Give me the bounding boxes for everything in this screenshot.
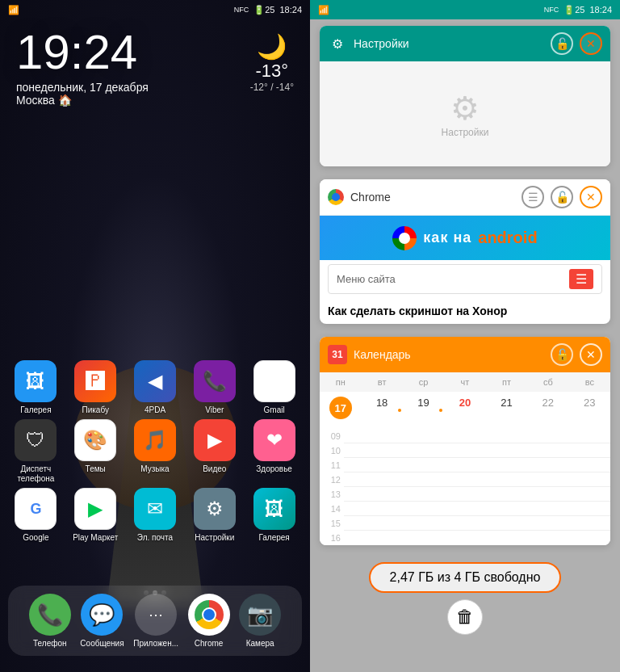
left-status-bar: 📶 NFC 🔋25 18:24: [0, 0, 310, 19]
app-icon-img: 🖼: [253, 488, 295, 530]
signal-icon: 📶: [8, 5, 19, 15]
right-battery-icon: 🔋25: [563, 5, 584, 15]
app-icon-img: G: [15, 488, 57, 530]
right-time: 18:24: [589, 5, 612, 15]
temperature: -13°: [250, 61, 294, 82]
left-panel: 📶 NFC 🔋25 18:24 19:24 понедельник, 17 де…: [0, 0, 310, 672]
app-4pda[interactable]: ◀ 4PDA: [128, 360, 183, 415]
chrome-task-actions: ☰ 🔓 ✕: [522, 186, 602, 208]
battery-icon: 🔋25: [253, 5, 274, 15]
messages-icon-img: 💬: [81, 594, 123, 636]
calendar-task-content: пн вт ср чт пт сб вс 17 18 19 20 21: [320, 372, 610, 545]
app-google[interactable]: G Google: [8, 488, 64, 543]
memory-section: 2,47 ГБ из 4 ГБ свободно 🗑: [320, 558, 610, 639]
cal-cell-21[interactable]: 21: [486, 392, 527, 429]
calendar-task-title: Календарь: [354, 348, 544, 361]
site-icon: [392, 226, 417, 250]
dock-phone[interactable]: 📞 Телефон: [29, 594, 71, 648]
dock-apps[interactable]: ⋯ Приложен...: [133, 594, 178, 648]
article-preview: Как сделать скриншот на Хонор: [320, 298, 610, 324]
settings-task-header: ⚙ Настройки 🔓 ✕: [320, 26, 610, 61]
date-display: понедельник, 17 декабря Москва 🏠: [16, 81, 149, 107]
app-icon-img: 🛡: [15, 419, 57, 461]
timeline: 09 10 11 12 13 14 15 16: [320, 429, 610, 545]
task-card-chrome: Chrome ☰ 🔓 ✕ как на android: [320, 179, 610, 324]
app-email[interactable]: ✉ Эл. почта: [128, 488, 183, 543]
app-icon-img: 🎵: [134, 419, 176, 461]
app-dock: 📞 Телефон 💬 Сообщения ⋯ Приложен... Chro…: [8, 586, 302, 656]
camera-icon-img: 📷: [239, 594, 281, 636]
app-music[interactable]: 🎵 Музыка: [128, 419, 183, 484]
chrome-task-title: Chrome: [350, 191, 515, 204]
temp-range: -12° / -14°: [250, 82, 294, 93]
app-galereya1[interactable]: 🖼 Галерея: [8, 360, 64, 415]
chrome-lock-btn[interactable]: 🔓: [551, 186, 573, 208]
dock-camera[interactable]: 📷 Камера: [239, 594, 281, 648]
app-gmail[interactable]: ✉ Gmail: [246, 360, 302, 415]
site-search-placeholder: Меню сайта: [337, 273, 569, 285]
app-icon-img: ◀: [134, 360, 176, 402]
app-pikabu[interactable]: 🅿 Пикабу: [68, 360, 124, 415]
app-dispatcher[interactable]: 🛡 Диспетч телефона: [8, 419, 64, 484]
site-name-android: android: [478, 229, 537, 247]
dock-chrome[interactable]: Chrome: [188, 594, 230, 648]
weather-icon: 🌙: [250, 32, 294, 61]
right-signal-icon: 📶: [318, 5, 329, 15]
calendar-task-header: 31 Календарь 🔓 ✕: [320, 337, 610, 372]
chrome-task-icon: [328, 189, 344, 205]
settings-lock-btn[interactable]: 🔓: [551, 32, 573, 55]
app-viber[interactable]: 📞 Viber: [186, 360, 242, 415]
right-status-right: NFC 🔋25 18:24: [544, 5, 612, 15]
clock-display: 19:24: [16, 24, 137, 80]
memory-text-box: 2,47 ГБ из 4 ГБ свободно: [369, 562, 562, 593]
app-icon-img: ✉: [134, 488, 176, 530]
app-gallery2[interactable]: 🖼 Галерея: [246, 488, 302, 543]
right-status-bar: 📶 NFC 🔋25 18:24: [310, 0, 620, 19]
app-icon-img: 🅿: [74, 360, 116, 402]
app-icon-img: ▶: [194, 419, 236, 461]
site-logo: как на android: [320, 216, 610, 260]
trash-button[interactable]: 🗑: [447, 599, 483, 635]
site-name: как на: [423, 229, 471, 246]
settings-close-btn[interactable]: ✕: [580, 32, 602, 55]
app-icon-img: ✉: [253, 360, 295, 402]
app-video[interactable]: ▶ Видео: [186, 419, 242, 484]
cal-cell-22[interactable]: 22: [527, 392, 568, 429]
calendar-lock-btn[interactable]: 🔓: [551, 343, 573, 366]
cal-cell-18[interactable]: 18: [361, 392, 402, 429]
chrome-task-content: как на android Меню сайта ☰ Как сделать …: [320, 216, 610, 324]
apps-icon-img: ⋯: [135, 594, 177, 636]
phone-icon-img: 📞: [29, 594, 71, 636]
cal-cell-19[interactable]: 19: [403, 392, 444, 429]
settings-task-content: ⚙ Настройки: [320, 61, 610, 166]
calendar-close-btn[interactable]: ✕: [580, 343, 602, 366]
right-panel: 📶 NFC 🔋25 18:24 ⚙ Настройки 🔓 ✕ ⚙ Настро…: [310, 0, 620, 672]
chrome-close-btn[interactable]: ✕: [580, 186, 602, 208]
app-icon-img: 🎨: [74, 419, 116, 461]
settings-task-actions: 🔓 ✕: [551, 32, 602, 55]
calendar-task-actions: 🔓 ✕: [551, 343, 602, 366]
right-nfc-icon: NFC: [544, 6, 559, 14]
app-icon-img: ❤: [253, 419, 295, 461]
app-icon-img: 🖼: [15, 360, 57, 402]
site-hamburger-icon[interactable]: ☰: [569, 269, 593, 289]
dock-messages[interactable]: 💬 Сообщения: [80, 594, 124, 648]
chrome-menu-btn[interactable]: ☰: [522, 186, 544, 208]
cal-cell-23[interactable]: 23: [569, 392, 610, 429]
article-title: Как сделать скриншот на Хонор: [328, 304, 602, 317]
memory-text: 2,47 ГБ из 4 ГБ свободно: [390, 570, 541, 584]
app-icon-img: ▶: [74, 488, 116, 530]
app-play[interactable]: ▶ Play Маркет: [68, 488, 124, 543]
weather-widget: 🌙 -13° -12° / -14°: [250, 32, 294, 93]
app-health[interactable]: ❤ Здоровье: [246, 419, 302, 484]
cal-day-headers: пн вт ср чт пт сб вс: [320, 372, 610, 392]
task-card-calendar: 31 Календарь 🔓 ✕ пн вт ср чт пт сб вс: [320, 337, 610, 545]
app-settings[interactable]: ⚙ Настройки: [186, 488, 242, 543]
app-icon-img: ⚙: [194, 488, 236, 530]
task-card-settings: ⚙ Настройки 🔓 ✕ ⚙ Настройки: [320, 26, 610, 166]
cal-cell-20[interactable]: 20: [444, 392, 485, 429]
app-themes[interactable]: 🎨 Темы: [68, 419, 124, 484]
time-display: 18:24: [279, 5, 302, 15]
cal-cell-17[interactable]: 17: [320, 392, 361, 429]
trash-icon: 🗑: [456, 607, 474, 628]
